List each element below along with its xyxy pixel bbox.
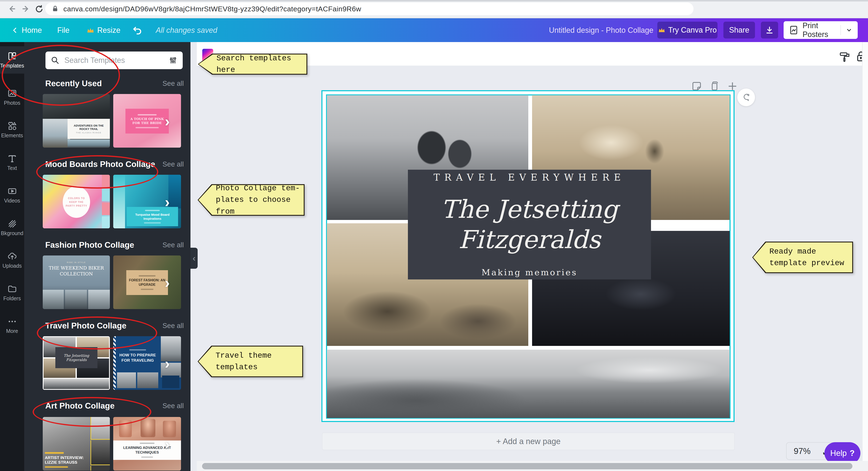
annotation-callout-search: Search templates here — [198, 54, 307, 75]
zoom-level: 97% — [794, 446, 810, 456]
sidebar-item-videos[interactable]: Videos — [0, 182, 24, 208]
panel-collapse-toggle[interactable]: ‹ — [190, 248, 198, 269]
annotation-callout-travel: Travel theme templates — [198, 346, 303, 377]
canva-editor-screenshot: canva.com/design/DAD96wV8grk/8ajCHmrStWE… — [0, 0, 868, 471]
crown-icon — [658, 27, 665, 33]
ssl-lock-icon — [52, 5, 59, 12]
browser-toolbar: canva.com/design/DAD96wV8grk/8ajCHmrStWE… — [0, 0, 868, 18]
see-all-link[interactable]: See all — [162, 402, 184, 410]
filter-sliders-icon[interactable] — [168, 56, 178, 65]
collage-title-line1: The Jetsetting — [441, 194, 618, 225]
editor-header: Home File Resize All changes saved Untit… — [0, 18, 868, 42]
template-thumb-biker-collection[interactable]: RIDE IN STYLE THE WEEKEND BIKER COLLECTI… — [43, 256, 110, 309]
carousel-next-icon[interactable]: › — [165, 275, 169, 290]
paint-roller-icon[interactable] — [839, 51, 851, 64]
template-thumb-touch-of-pink[interactable]: A TOUCH OF PINK FOR THE BRIDE — [113, 94, 181, 147]
collage-subtitle: Making memories — [482, 267, 578, 277]
sidebar-item-text[interactable]: Text — [0, 149, 24, 176]
browser-refresh-icon[interactable] — [34, 4, 44, 14]
home-button[interactable]: Home — [11, 18, 42, 42]
template-thumb-forest-fashion[interactable]: FOREST FASHION: AN UPGRADE — [113, 256, 181, 309]
background-icon — [7, 219, 17, 229]
annotation-ellipse-mood-boards — [36, 155, 158, 189]
crown-icon — [87, 27, 94, 33]
poster-icon — [789, 26, 798, 35]
address-bar[interactable]: canva.com/design/DAD96wV8grk/8ajCHmrStWE… — [45, 2, 693, 15]
undo-icon[interactable] — [133, 18, 142, 42]
folder-icon — [7, 284, 17, 294]
collage-photo-road-panorama[interactable] — [327, 350, 730, 418]
share-button[interactable]: Share — [723, 22, 755, 38]
see-all-link[interactable]: See all — [162, 241, 184, 249]
print-posters-button[interactable]: Print Posters — [784, 21, 858, 39]
browser-forward-icon[interactable] — [21, 4, 30, 13]
annotation-callout-preview: Ready made template preview — [752, 242, 853, 273]
uploads-icon — [7, 251, 17, 261]
more-dots-icon — [7, 317, 17, 326]
horizontal-scrollbar-thumb[interactable] — [202, 463, 852, 469]
sidebar-item-uploads[interactable]: Uploads — [0, 247, 24, 273]
annotation-ellipse-travel — [37, 316, 157, 349]
see-all-link[interactable]: See all — [162, 160, 184, 168]
sidebar-item-elements[interactable]: Elements — [0, 117, 24, 143]
save-status: All changes saved — [156, 18, 217, 42]
download-button[interactable] — [761, 22, 778, 38]
add-comment-button[interactable] — [737, 89, 755, 106]
browser-back-icon[interactable] — [7, 4, 17, 13]
fashion-row: RIDE IN STYLE THE WEEKEND BIKER COLLECTI… — [43, 256, 184, 309]
vertical-scrollbar[interactable] — [862, 42, 868, 471]
collage-title-line2: Fitzgeralds — [458, 225, 600, 255]
annotation-ellipse-search — [2, 45, 120, 106]
url-text: canva.com/design/DAD96wV8grk/8ajCHmrStWE… — [63, 5, 361, 13]
videos-icon — [7, 186, 17, 196]
file-menu[interactable]: File — [57, 18, 69, 42]
add-new-page-button[interactable]: + Add a new page — [322, 433, 735, 450]
carousel-next-icon[interactable]: › — [165, 437, 169, 452]
object-panel-rail: Templates Photos Elements Text Videos — [0, 42, 24, 471]
see-all-link[interactable]: See all — [162, 322, 184, 330]
print-options-chevron-icon[interactable] — [840, 25, 852, 35]
collage-kicker: TRAVEL EVERYWHERE — [434, 172, 625, 183]
sidebar-item-background[interactable]: Bkground — [0, 214, 24, 241]
design-title[interactable]: Untitled design - Photo Collage — [549, 18, 653, 42]
sidebar-item-folders[interactable]: Folders — [0, 280, 24, 306]
section-fashion: Fashion Photo Collage See all — [45, 240, 184, 249]
collage-text-box[interactable]: TRAVEL EVERYWHERE The Jetsetting Fitzger… — [408, 170, 651, 279]
resize-menu[interactable]: Resize — [87, 18, 120, 42]
window-edge — [0, 0, 868, 1]
see-all-link[interactable]: See all — [162, 79, 184, 88]
elements-icon — [7, 121, 17, 131]
template-thumb-art-techniques[interactable]: LEARNING ADVANCED ART TECHNIQUES — [113, 417, 181, 471]
annotation-ellipse-art — [33, 397, 151, 427]
try-canva-pro-button[interactable]: Try Canva Pro — [657, 22, 717, 38]
carousel-next-icon[interactable]: › — [165, 195, 169, 209]
carousel-next-icon[interactable]: › — [165, 356, 169, 371]
sidebar-item-more[interactable]: More — [0, 312, 24, 339]
text-icon — [7, 154, 17, 163]
annotation-callout-templates: Photo Collage tem- plates to choose from — [198, 184, 305, 216]
carousel-next-icon[interactable]: › — [165, 114, 169, 129]
